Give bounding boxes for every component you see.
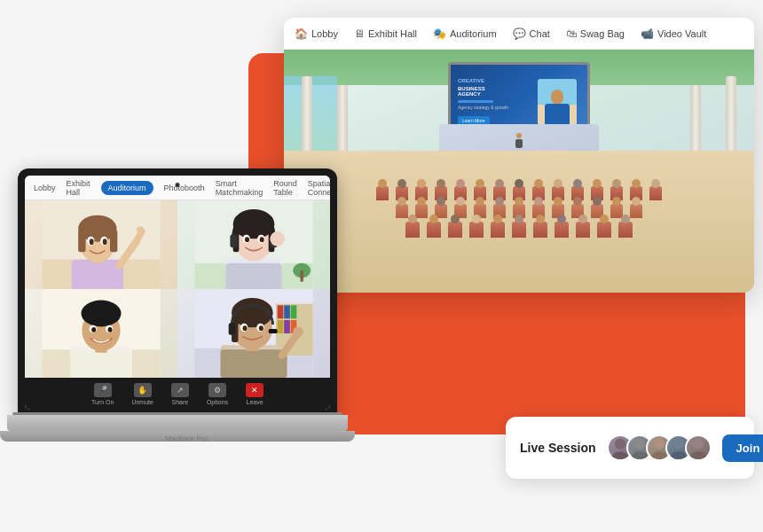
svg-rect-71: [229, 323, 236, 334]
svg-rect-59: [278, 305, 284, 318]
svg-point-35: [233, 209, 275, 239]
svg-point-3: [631, 451, 648, 461]
unmute-btn[interactable]: ✋ Unmute: [131, 383, 153, 405]
nav-vault-label: Video Vault: [657, 28, 706, 39]
chat-icon: 💬: [513, 27, 526, 40]
nav-swag[interactable]: 🛍 Swag Bag: [566, 27, 625, 40]
options-icon: ⚙: [208, 383, 226, 397]
laptop-nav-spatial[interactable]: Spatial Connect: [308, 179, 330, 197]
laptop-nav-roundtable[interactable]: Round Table: [273, 179, 297, 197]
svg-point-54: [91, 327, 96, 332]
svg-point-22: [103, 239, 107, 245]
svg-point-8: [693, 439, 704, 450]
video-cell-2: [177, 200, 330, 289]
leave-icon: ✕: [246, 383, 264, 397]
svg-rect-18: [110, 230, 117, 252]
auditorium-icon: 🎭: [433, 27, 446, 40]
svg-point-75: [243, 325, 248, 331]
macbook-label: MacBook Pro: [165, 434, 208, 442]
laptop: Lobby Exhibit Hall Auditorium Photobooth…: [0, 160, 373, 532]
svg-point-21: [90, 239, 94, 245]
svg-point-43: [245, 237, 249, 242]
svg-rect-48: [70, 352, 132, 378]
laptop-nav-auditorium[interactable]: Auditorium: [101, 181, 153, 195]
nav-auditorium-label: Auditorium: [450, 28, 497, 39]
unmute-icon: ✋: [134, 383, 152, 397]
attendee-avatars: [607, 434, 712, 461]
turn-on-label: Turn On: [91, 399, 114, 405]
svg-point-51: [82, 301, 122, 327]
laptop-base: [7, 415, 348, 431]
share-icon: ↗: [171, 383, 189, 397]
svg-point-25: [137, 226, 144, 233]
svg-rect-63: [284, 320, 290, 333]
svg-rect-13: [72, 260, 123, 289]
svg-rect-72: [269, 329, 278, 333]
laptop-nav-exhibit[interactable]: Exhibit Hall: [67, 179, 90, 197]
svg-rect-29: [301, 270, 303, 282]
camera-dot: [176, 183, 180, 187]
svg-rect-32: [225, 263, 281, 289]
laptop-nav-lobby[interactable]: Lobby: [34, 184, 56, 192]
svg-point-78: [293, 327, 303, 338]
nav-swag-label: Swag Bag: [580, 28, 625, 39]
live-session-title: Live Session: [520, 441, 596, 455]
leave-label: Leave: [246, 399, 263, 405]
video-cell-4: [177, 289, 330, 378]
svg-point-0: [615, 439, 625, 450]
svg-point-1: [611, 451, 628, 461]
video-toolbar: 🎤 Turn On ✋ Unmute ↗ Share ⚙ Options ✕: [25, 378, 330, 410]
svg-point-44: [260, 237, 264, 242]
svg-rect-38: [230, 234, 237, 247]
leave-btn[interactable]: ✕ Leave: [246, 383, 264, 405]
svg-point-2: [634, 439, 645, 450]
laptop-bezel: Lobby Exhibit Hall Auditorium Photobooth…: [18, 168, 337, 417]
join-now-button[interactable]: Join Now: [722, 434, 763, 462]
nav-chat-label: Chat: [530, 28, 550, 39]
share-label: Share: [172, 399, 189, 405]
svg-rect-60: [284, 305, 290, 318]
turn-on-btn[interactable]: 🎤 Turn On: [91, 383, 114, 405]
laptop-nav-photobooth[interactable]: Photobooth: [164, 184, 205, 192]
laptop-nav: Lobby Exhibit Hall Auditorium Photobooth…: [25, 176, 330, 200]
exhibit-icon: 🖥: [354, 27, 365, 40]
nav-exhibit[interactable]: 🖥 Exhibit Hall: [354, 27, 417, 40]
mic-icon: 🎤: [94, 383, 112, 397]
svg-point-5: [650, 451, 667, 461]
video-cell-3: [25, 289, 177, 378]
live-session-card: Live Session: [506, 417, 754, 479]
svg-point-40: [270, 231, 285, 246]
svg-point-9: [689, 451, 706, 461]
laptop-nav-matchmaking[interactable]: Smart Matchmaking: [216, 179, 264, 197]
video-grid: [25, 200, 330, 378]
video-cell-1: [25, 200, 177, 289]
nav-vault[interactable]: 📹 Video Vault: [641, 27, 706, 40]
svg-rect-62: [278, 320, 284, 333]
svg-point-4: [654, 439, 665, 450]
share-btn[interactable]: ↗ Share: [171, 383, 189, 405]
swag-icon: 🛍: [566, 27, 577, 40]
home-icon: 🏠: [295, 27, 308, 40]
nav-lobby-label: Lobby: [311, 28, 338, 39]
nav-auditorium[interactable]: 🎭 Auditorium: [433, 27, 497, 40]
svg-rect-61: [291, 305, 297, 318]
vault-icon: 📹: [641, 27, 654, 40]
avatar-5: [685, 434, 712, 461]
browser-nav: 🏠 Lobby 🖥 Exhibit Hall 🎭 Auditorium 💬 Ch…: [284, 18, 754, 50]
nav-exhibit-label: Exhibit Hall: [368, 28, 417, 39]
laptop-screen: Lobby Exhibit Hall Auditorium Photobooth…: [25, 176, 330, 410]
svg-rect-66: [221, 349, 287, 378]
svg-point-7: [670, 451, 687, 461]
options-label: Options: [207, 399, 228, 405]
nav-lobby[interactable]: 🏠 Lobby: [295, 27, 338, 40]
svg-point-76: [259, 325, 264, 331]
svg-point-55: [108, 327, 113, 332]
svg-point-6: [673, 439, 684, 450]
unmute-label: Unmute: [131, 399, 153, 405]
svg-rect-17: [78, 230, 85, 252]
options-btn[interactable]: ⚙ Options: [207, 383, 228, 405]
nav-chat[interactable]: 💬 Chat: [513, 27, 550, 40]
